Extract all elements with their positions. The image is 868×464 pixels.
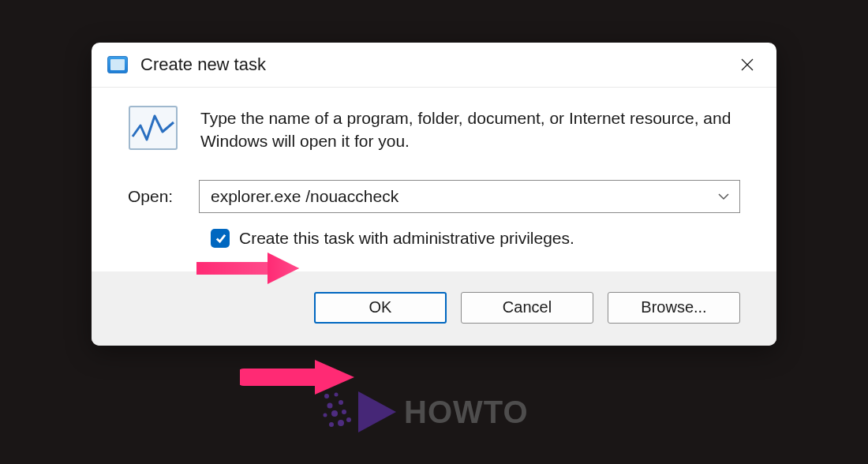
svg-point-8 — [327, 403, 333, 409]
svg-point-15 — [346, 417, 351, 422]
watermark-logo-icon — [355, 388, 399, 436]
watermark: HOWTO — [320, 388, 529, 436]
open-label: Open: — [128, 187, 178, 206]
admin-privileges-checkbox[interactable] — [211, 229, 230, 248]
titlebar: Create new task — [92, 43, 776, 88]
close-button[interactable] — [732, 52, 762, 77]
svg-point-11 — [331, 410, 338, 417]
open-value: explorer.exe /nouaccheck — [211, 187, 398, 206]
close-icon — [740, 58, 754, 72]
cancel-button[interactable]: Cancel — [461, 292, 593, 324]
create-new-task-dialog: Create new task Type the name of a progr… — [92, 43, 776, 346]
dialog-description: Type the name of a program, folder, docu… — [200, 105, 740, 153]
button-bar: OK Cancel Browse... — [92, 271, 776, 346]
run-dialog-icon — [107, 56, 128, 73]
watermark-dots-icon — [320, 388, 355, 436]
checkmark-icon — [215, 232, 226, 244]
watermark-text: HOWTO — [404, 395, 529, 430]
svg-point-13 — [329, 422, 334, 427]
svg-point-12 — [342, 410, 346, 414]
svg-point-7 — [335, 393, 339, 397]
dialog-content: Type the name of a program, folder, docu… — [92, 88, 776, 271]
svg-point-14 — [338, 420, 344, 426]
ok-button[interactable]: OK — [314, 292, 447, 324]
svg-point-6 — [324, 394, 329, 399]
performance-monitor-icon — [128, 105, 178, 151]
svg-point-9 — [339, 400, 343, 405]
dialog-title: Create new task — [140, 54, 732, 75]
svg-point-10 — [324, 413, 327, 417]
open-combobox[interactable]: explorer.exe /nouaccheck — [199, 180, 740, 213]
admin-privileges-label[interactable]: Create this task with administrative pri… — [239, 229, 574, 248]
chevron-down-icon — [717, 193, 730, 200]
svg-rect-2 — [129, 107, 177, 149]
browse-button[interactable]: Browse... — [608, 292, 740, 324]
